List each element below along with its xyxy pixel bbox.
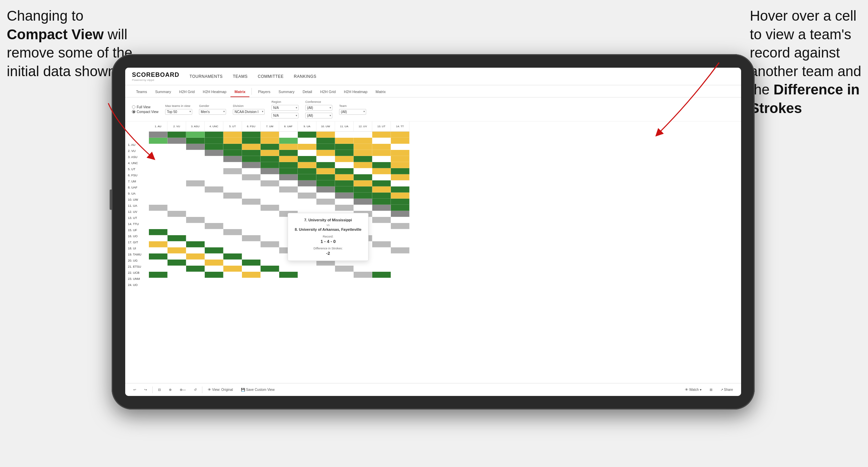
matrix-cell[interactable]: [168, 199, 186, 205]
matrix-cell[interactable]: [261, 156, 279, 162]
matrix-cell[interactable]: [223, 217, 242, 223]
matrix-cell[interactable]: [391, 266, 409, 272]
matrix-cell[interactable]: [242, 205, 261, 211]
matrix-cell[interactable]: [391, 174, 409, 180]
matrix-cell[interactable]: [186, 205, 205, 211]
matrix-cell[interactable]: [223, 138, 242, 144]
matrix-cell[interactable]: [168, 272, 186, 278]
matrix-cell[interactable]: [279, 186, 298, 193]
matrix-cell[interactable]: [168, 180, 186, 186]
matrix-cell[interactable]: [354, 193, 372, 199]
matrix-cell[interactable]: [391, 223, 409, 229]
matrix-cell[interactable]: [205, 272, 223, 278]
matrix-cell[interactable]: [335, 144, 354, 150]
matrix-cell[interactable]: [242, 266, 261, 272]
toolbar-zoom-in[interactable]: ⊕: [166, 387, 174, 393]
toolbar-watch[interactable]: 👁 Watch ▾: [682, 387, 704, 393]
matrix-cell[interactable]: [168, 211, 186, 217]
matrix-cell[interactable]: [279, 138, 298, 144]
matrix-cell[interactable]: [316, 132, 335, 138]
matrix-cell[interactable]: [279, 180, 298, 186]
matrix-cell[interactable]: [354, 199, 372, 205]
matrix-cell[interactable]: [168, 205, 186, 211]
matrix-cell[interactable]: [391, 260, 409, 266]
matrix-cell[interactable]: [149, 162, 168, 168]
matrix-cell[interactable]: [354, 186, 372, 193]
conference-select2[interactable]: (All): [305, 113, 332, 118]
tab-h2h-grid[interactable]: H2H Grid: [175, 87, 199, 97]
matrix-cell[interactable]: [149, 247, 168, 253]
matrix-cell[interactable]: [186, 235, 205, 241]
matrix-cell[interactable]: [149, 260, 168, 266]
matrix-cell[interactable]: [149, 266, 168, 272]
matrix-cell[interactable]: [298, 186, 316, 193]
matrix-cell[interactable]: [316, 272, 335, 278]
matrix-cell[interactable]: [205, 205, 223, 211]
matrix-cell[interactable]: [205, 174, 223, 180]
matrix-cell[interactable]: [168, 132, 186, 138]
matrix-cell[interactable]: [279, 168, 298, 174]
matrix-cell[interactable]: [372, 260, 391, 266]
matrix-cell[interactable]: [261, 132, 279, 138]
matrix-cell[interactable]: [223, 241, 242, 247]
matrix-cell[interactable]: [205, 156, 223, 162]
tab-h2h-grid2[interactable]: H2H Grid: [316, 87, 340, 97]
matrix-cell[interactable]: [316, 199, 335, 205]
matrix-cell[interactable]: [261, 235, 279, 241]
matrix-cell[interactable]: [186, 266, 205, 272]
matrix-cell[interactable]: [261, 272, 279, 278]
matrix-cell[interactable]: [186, 199, 205, 205]
matrix-cell[interactable]: [149, 235, 168, 241]
matrix-cell[interactable]: [279, 132, 298, 138]
matrix-cell[interactable]: [372, 138, 391, 144]
matrix-cell[interactable]: [372, 211, 391, 217]
matrix-cell[interactable]: [186, 211, 205, 217]
matrix-cell[interactable]: [316, 180, 335, 186]
matrix-cell[interactable]: [298, 168, 316, 174]
tab-matrix[interactable]: Matrix: [230, 87, 249, 97]
matrix-cell[interactable]: [223, 260, 242, 266]
matrix-cell[interactable]: [316, 193, 335, 199]
matrix-cell[interactable]: [279, 205, 298, 211]
matrix-cell[interactable]: [223, 229, 242, 235]
matrix-cell[interactable]: [149, 241, 168, 247]
matrix-cell[interactable]: [391, 205, 409, 211]
matrix-cell[interactable]: [186, 217, 205, 223]
matrix-cell[interactable]: [261, 241, 279, 247]
matrix-cell[interactable]: [186, 144, 205, 150]
matrix-cell[interactable]: [279, 272, 298, 278]
matrix-cell[interactable]: [316, 168, 335, 174]
matrix-cell[interactable]: [279, 156, 298, 162]
matrix-cell[interactable]: [223, 205, 242, 211]
region-select2[interactable]: N/A: [271, 113, 298, 118]
matrix-cell[interactable]: [372, 180, 391, 186]
matrix-cell[interactable]: [168, 241, 186, 247]
matrix-cell[interactable]: [168, 193, 186, 199]
matrix-cell[interactable]: [205, 217, 223, 223]
matrix-cell[interactable]: [149, 180, 168, 186]
matrix-cell[interactable]: [335, 205, 354, 211]
matrix-cell[interactable]: [335, 180, 354, 186]
matrix-cell[interactable]: [168, 217, 186, 223]
tab-matrix2[interactable]: Matrix: [372, 87, 390, 97]
matrix-cell[interactable]: [372, 229, 391, 235]
matrix-cell[interactable]: [354, 156, 372, 162]
matrix-cell[interactable]: [242, 138, 261, 144]
toolbar-grid[interactable]: ⊞: [707, 387, 715, 393]
matrix-cell[interactable]: [205, 235, 223, 241]
matrix-cell[interactable]: [391, 150, 409, 156]
matrix-cell[interactable]: [261, 186, 279, 193]
matrix-cell[interactable]: [186, 180, 205, 186]
matrix-cell[interactable]: [186, 247, 205, 253]
matrix-cell[interactable]: [186, 241, 205, 247]
matrix-cell[interactable]: [261, 260, 279, 266]
matrix-cell[interactable]: [205, 229, 223, 235]
matrix-cell[interactable]: [372, 247, 391, 253]
matrix-cell[interactable]: [223, 144, 242, 150]
matrix-cell[interactable]: [261, 138, 279, 144]
matrix-cell[interactable]: [391, 138, 409, 144]
matrix-cell[interactable]: [372, 266, 391, 272]
matrix-cell[interactable]: [205, 193, 223, 199]
matrix-cell[interactable]: [149, 138, 168, 144]
toolbar-fit[interactable]: ⊕—: [177, 387, 188, 393]
